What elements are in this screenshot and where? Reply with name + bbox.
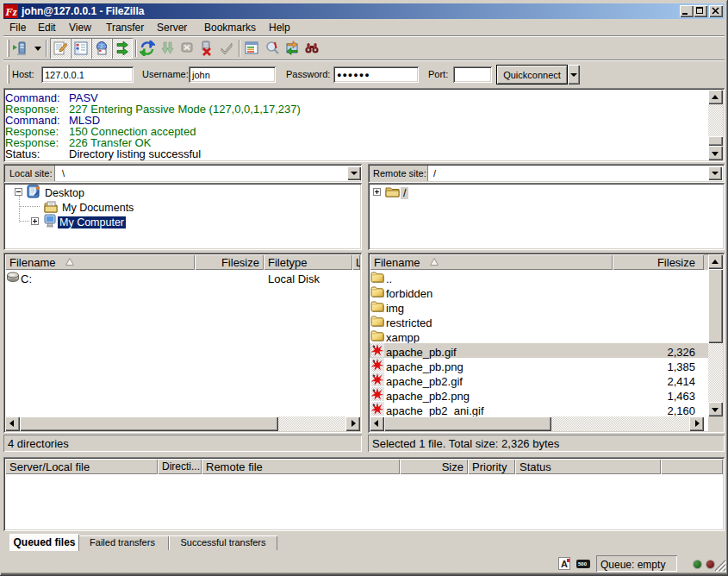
svg-text:Fz: Fz bbox=[4, 5, 18, 18]
